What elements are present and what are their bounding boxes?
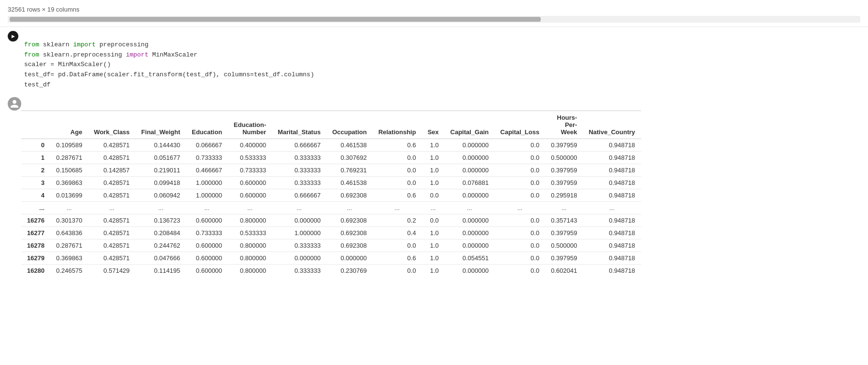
- table-cell: 0.602041: [545, 264, 583, 277]
- table-cell: 1.0: [422, 139, 445, 151]
- col-header-occupation: Occupation: [326, 111, 373, 139]
- col-header-cap-loss: Capital_Loss: [494, 111, 545, 139]
- table-cell: 0.287671: [50, 239, 88, 252]
- table-cell: 0.144430: [136, 139, 186, 151]
- table-cell: 0.000000: [445, 239, 494, 252]
- code-cell: from sklearn import preprocessing from s…: [0, 27, 868, 94]
- table-cell: 0.600000: [186, 214, 228, 226]
- col-header-age: Age: [50, 111, 88, 139]
- col-header-marital: Marital_Status: [272, 111, 326, 139]
- table-cell: 0.013699: [50, 189, 88, 201]
- table-cell: 0.466667: [186, 164, 228, 176]
- table-cell: 0.150685: [50, 164, 88, 176]
- table-cell: 0.800000: [228, 264, 272, 277]
- code-block: from sklearn import preprocessing from s…: [24, 30, 314, 90]
- table-cell: 0.000000: [445, 226, 494, 239]
- col-header-hours: Hours-Per-Week: [545, 111, 583, 139]
- table-cell: 0.800000: [228, 239, 272, 252]
- table-cell: 0.461538: [326, 139, 373, 151]
- table-cell: 1: [21, 151, 50, 164]
- table-cell: 0.948718: [583, 226, 641, 239]
- table-cell: 0.692308: [326, 239, 373, 252]
- table-cell: 0.692308: [326, 214, 373, 226]
- table-cell: 0.400000: [228, 139, 272, 151]
- table-cell: 0.0: [494, 164, 545, 176]
- scrollbar-thumb[interactable]: [10, 17, 541, 22]
- table-cell: 0.6: [373, 252, 422, 264]
- table-cell: 0.244762: [136, 239, 186, 252]
- horizontal-scrollbar[interactable]: [8, 16, 860, 23]
- table-cell: 0.0: [422, 214, 445, 226]
- avatar: [8, 97, 21, 111]
- table-cell: 0.230769: [326, 264, 373, 277]
- table-cell: 0.666667: [272, 189, 326, 201]
- table-cell: 0.333333: [272, 264, 326, 277]
- table-cell: 0.307692: [326, 151, 373, 164]
- table-cell: 0.0: [422, 189, 445, 201]
- table-cell: 0.047666: [136, 252, 186, 264]
- table-cell: 0.666667: [272, 139, 326, 151]
- table-cell: 0.571429: [88, 264, 135, 277]
- table-cell: 0.4: [373, 226, 422, 239]
- table-cell: 0.428571: [88, 226, 135, 239]
- table-cell: 0.600000: [186, 252, 228, 264]
- table-cell: 1.0: [422, 264, 445, 277]
- table-cell: 0.800000: [228, 214, 272, 226]
- table-cell: ...: [228, 201, 272, 214]
- table-cell: 2: [21, 164, 50, 176]
- table-cell: 0.333333: [272, 164, 326, 176]
- col-header-cap-gain: Capital_Gain: [445, 111, 494, 139]
- col-header-relationship: Relationship: [373, 111, 422, 139]
- table-cell: 0.428571: [88, 151, 135, 164]
- table-cell: 0.428571: [88, 189, 135, 201]
- table-cell: 1.000000: [186, 176, 228, 189]
- table-cell: 0.333333: [272, 176, 326, 189]
- table-cell: 0.208484: [136, 226, 186, 239]
- table-cell: 0.500000: [545, 239, 583, 252]
- table-cell: 0.692308: [326, 226, 373, 239]
- dataframe-output: Age Work_Class Final_Weight Education Ed…: [0, 111, 868, 277]
- output-section: [0, 94, 868, 111]
- table-cell: ...: [373, 201, 422, 214]
- table-cell: 16279: [21, 252, 50, 264]
- table-cell: 0.000000: [445, 264, 494, 277]
- table-cell: 0.000000: [326, 252, 373, 264]
- table-cell: 16280: [21, 264, 50, 277]
- table-cell: 0.099418: [136, 176, 186, 189]
- table-cell: 0.948718: [583, 176, 641, 189]
- table-cell: 16276: [21, 214, 50, 226]
- table-cell: 0.301370: [50, 214, 88, 226]
- table-cell: 0.000000: [445, 214, 494, 226]
- table-cell: 0.600000: [186, 264, 228, 277]
- table-cell: ...: [186, 201, 228, 214]
- table-cell: 0.0: [373, 151, 422, 164]
- table-cell: 0.948718: [583, 264, 641, 277]
- table-cell: ...: [136, 201, 186, 214]
- table-cell: 0.0: [494, 176, 545, 189]
- table-cell: 0.692308: [326, 189, 373, 201]
- table-cell: 1.0: [422, 252, 445, 264]
- table-cell: 0.0: [373, 264, 422, 277]
- table-cell: ...: [326, 201, 373, 214]
- table-cell: 0.0: [373, 239, 422, 252]
- table-cell: 0.948718: [583, 214, 641, 226]
- table-cell: 0.643836: [50, 226, 88, 239]
- table-cell: 0.397959: [545, 176, 583, 189]
- table-cell: 0.600000: [228, 176, 272, 189]
- table-cell: 0.428571: [88, 239, 135, 252]
- table-cell: 0.397959: [545, 139, 583, 151]
- table-cell: 0.600000: [186, 239, 228, 252]
- table-cell: 0.600000: [228, 189, 272, 201]
- table-cell: ...: [422, 201, 445, 214]
- table-cell: 0.948718: [583, 151, 641, 164]
- table-cell: 0.357143: [545, 214, 583, 226]
- col-header-education: Education: [186, 111, 228, 139]
- run-button[interactable]: [8, 31, 18, 42]
- table-cell: 0.219011: [136, 164, 186, 176]
- table-cell: 0.2: [373, 214, 422, 226]
- table-cell: 0.000000: [445, 139, 494, 151]
- table-cell: 0.533333: [228, 226, 272, 239]
- table-cell: 0.397959: [545, 164, 583, 176]
- table-cell: 0.0: [494, 239, 545, 252]
- data-table: Age Work_Class Final_Weight Education Ed…: [21, 111, 641, 277]
